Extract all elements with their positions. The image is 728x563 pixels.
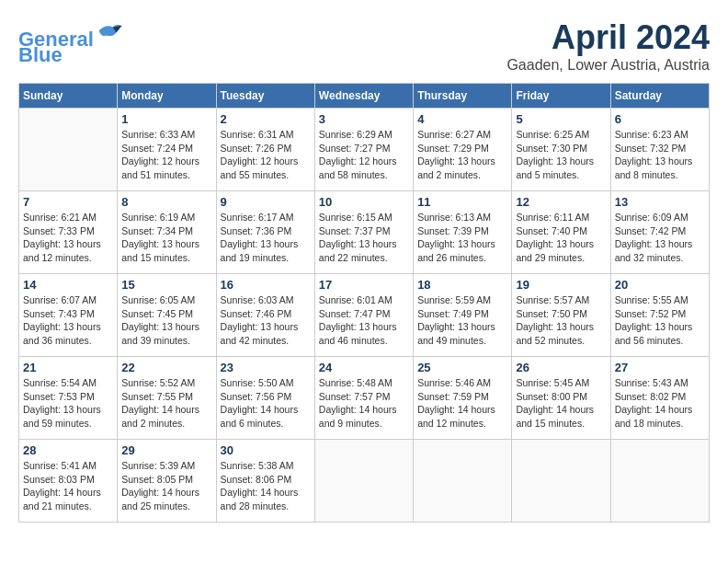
calendar-cell: 14Sunrise: 6:07 AM Sunset: 7:43 PM Dayli… — [19, 274, 118, 357]
title-area: April 2024 Gaaden, Lower Austria, Austri… — [506, 18, 710, 74]
weekday-header-monday: Monday — [118, 84, 216, 109]
calendar-cell — [414, 440, 512, 523]
calendar-table: SundayMondayTuesdayWednesdayThursdayFrid… — [18, 83, 710, 523]
day-info: Sunrise: 5:52 AM Sunset: 7:55 PM Dayligh… — [121, 376, 211, 431]
calendar-cell: 8Sunrise: 6:19 AM Sunset: 7:34 PM Daylig… — [118, 191, 216, 274]
calendar-cell: 29Sunrise: 5:39 AM Sunset: 8:05 PM Dayli… — [118, 440, 216, 523]
calendar-cell: 30Sunrise: 5:38 AM Sunset: 8:06 PM Dayli… — [216, 440, 314, 523]
calendar-cell — [19, 109, 118, 191]
weekday-header-sunday: Sunday — [19, 84, 118, 109]
calendar-cell — [512, 440, 610, 523]
day-number: 23 — [221, 361, 311, 374]
day-info: Sunrise: 6:01 AM Sunset: 7:47 PM Dayligh… — [319, 293, 409, 348]
day-info: Sunrise: 5:50 AM Sunset: 7:56 PM Dayligh… — [221, 376, 311, 431]
day-number: 9 — [221, 195, 311, 209]
weekday-header-row: SundayMondayTuesdayWednesdayThursdayFrid… — [19, 84, 710, 109]
day-number: 6 — [615, 112, 705, 126]
calendar-cell: 7Sunrise: 6:21 AM Sunset: 7:33 PM Daylig… — [19, 191, 118, 274]
calendar-week-3: 14Sunrise: 6:07 AM Sunset: 7:43 PM Dayli… — [19, 274, 710, 357]
day-number: 3 — [319, 112, 409, 126]
day-number: 28 — [23, 443, 113, 457]
day-info: Sunrise: 5:39 AM Sunset: 8:05 PM Dayligh… — [121, 459, 211, 513]
calendar-cell: 2Sunrise: 6:31 AM Sunset: 7:26 PM Daylig… — [216, 109, 314, 191]
day-info: Sunrise: 6:05 AM Sunset: 7:45 PM Dayligh… — [121, 293, 211, 348]
logo: General Blue — [18, 18, 123, 67]
day-info: Sunrise: 6:23 AM Sunset: 7:32 PM Dayligh… — [615, 128, 705, 182]
weekday-header-tuesday: Tuesday — [216, 84, 314, 109]
calendar-cell: 19Sunrise: 5:57 AM Sunset: 7:50 PM Dayli… — [512, 274, 610, 357]
day-info: Sunrise: 6:31 AM Sunset: 7:26 PM Dayligh… — [221, 128, 311, 182]
weekday-header-wednesday: Wednesday — [314, 84, 413, 109]
calendar-cell — [314, 440, 413, 523]
day-number: 19 — [516, 278, 606, 292]
day-number: 29 — [121, 443, 211, 457]
calendar-week-4: 21Sunrise: 5:54 AM Sunset: 7:53 PM Dayli… — [19, 357, 710, 440]
day-info: Sunrise: 6:17 AM Sunset: 7:36 PM Dayligh… — [221, 211, 311, 265]
calendar-cell: 28Sunrise: 5:41 AM Sunset: 8:03 PM Dayli… — [19, 440, 118, 523]
calendar-cell: 13Sunrise: 6:09 AM Sunset: 7:42 PM Dayli… — [610, 191, 709, 274]
calendar-week-1: 1Sunrise: 6:33 AM Sunset: 7:24 PM Daylig… — [19, 109, 710, 191]
day-number: 22 — [121, 361, 211, 374]
day-number: 15 — [121, 278, 211, 292]
calendar-week-5: 28Sunrise: 5:41 AM Sunset: 8:03 PM Dayli… — [19, 440, 710, 523]
day-info: Sunrise: 5:54 AM Sunset: 7:53 PM Dayligh… — [23, 376, 113, 431]
calendar-cell — [610, 440, 709, 523]
day-info: Sunrise: 5:43 AM Sunset: 8:02 PM Dayligh… — [615, 376, 705, 431]
day-number: 30 — [221, 443, 311, 457]
calendar-cell: 6Sunrise: 6:23 AM Sunset: 7:32 PM Daylig… — [610, 109, 709, 191]
day-number: 20 — [615, 278, 705, 292]
day-info: Sunrise: 6:09 AM Sunset: 7:42 PM Dayligh… — [615, 211, 705, 265]
day-number: 12 — [516, 195, 606, 209]
day-number: 14 — [23, 278, 113, 292]
calendar-cell: 5Sunrise: 6:25 AM Sunset: 7:30 PM Daylig… — [512, 109, 610, 191]
day-info: Sunrise: 6:15 AM Sunset: 7:37 PM Dayligh… — [319, 211, 409, 265]
calendar-cell: 1Sunrise: 6:33 AM Sunset: 7:24 PM Daylig… — [118, 109, 216, 191]
day-info: Sunrise: 5:57 AM Sunset: 7:50 PM Dayligh… — [516, 293, 606, 348]
calendar-cell: 25Sunrise: 5:46 AM Sunset: 7:59 PM Dayli… — [414, 357, 512, 440]
day-number: 7 — [23, 195, 113, 209]
day-number: 8 — [121, 195, 211, 209]
day-info: Sunrise: 5:46 AM Sunset: 7:59 PM Dayligh… — [417, 376, 507, 431]
weekday-header-thursday: Thursday — [414, 84, 512, 109]
calendar-cell: 10Sunrise: 6:15 AM Sunset: 7:37 PM Dayli… — [314, 191, 413, 274]
calendar-cell: 18Sunrise: 5:59 AM Sunset: 7:49 PM Dayli… — [414, 274, 512, 357]
day-number: 27 — [615, 361, 705, 374]
calendar-cell: 4Sunrise: 6:27 AM Sunset: 7:29 PM Daylig… — [414, 109, 512, 191]
day-info: Sunrise: 6:21 AM Sunset: 7:33 PM Dayligh… — [23, 211, 113, 265]
day-number: 25 — [417, 361, 507, 374]
day-number: 10 — [319, 195, 409, 209]
day-number: 1 — [121, 112, 211, 126]
day-info: Sunrise: 5:48 AM Sunset: 7:57 PM Dayligh… — [319, 376, 409, 431]
calendar-cell: 11Sunrise: 6:13 AM Sunset: 7:39 PM Dayli… — [414, 191, 512, 274]
calendar-cell: 26Sunrise: 5:45 AM Sunset: 8:00 PM Dayli… — [512, 357, 610, 440]
day-number: 21 — [23, 361, 113, 374]
calendar-cell: 27Sunrise: 5:43 AM Sunset: 8:02 PM Dayli… — [610, 357, 709, 440]
weekday-header-friday: Friday — [512, 84, 610, 109]
calendar-cell: 24Sunrise: 5:48 AM Sunset: 7:57 PM Dayli… — [314, 357, 413, 440]
day-number: 16 — [221, 278, 311, 292]
day-number: 2 — [221, 112, 311, 126]
day-number: 13 — [615, 195, 705, 209]
calendar-cell: 16Sunrise: 6:03 AM Sunset: 7:46 PM Dayli… — [216, 274, 314, 357]
day-number: 17 — [319, 278, 409, 292]
day-info: Sunrise: 6:07 AM Sunset: 7:43 PM Dayligh… — [23, 293, 113, 348]
day-info: Sunrise: 6:03 AM Sunset: 7:46 PM Dayligh… — [221, 293, 311, 348]
calendar-cell: 9Sunrise: 6:17 AM Sunset: 7:36 PM Daylig… — [216, 191, 314, 274]
day-info: Sunrise: 6:33 AM Sunset: 7:24 PM Dayligh… — [121, 128, 211, 182]
day-info: Sunrise: 6:27 AM Sunset: 7:29 PM Dayligh… — [417, 128, 507, 182]
day-number: 11 — [417, 195, 507, 209]
day-info: Sunrise: 6:11 AM Sunset: 7:40 PM Dayligh… — [516, 211, 606, 265]
calendar-week-2: 7Sunrise: 6:21 AM Sunset: 7:33 PM Daylig… — [19, 191, 710, 274]
day-number: 18 — [417, 278, 507, 292]
calendar-cell: 12Sunrise: 6:11 AM Sunset: 7:40 PM Dayli… — [512, 191, 610, 274]
calendar-cell: 21Sunrise: 5:54 AM Sunset: 7:53 PM Dayli… — [19, 357, 118, 440]
day-info: Sunrise: 5:55 AM Sunset: 7:52 PM Dayligh… — [615, 293, 705, 348]
calendar-cell: 3Sunrise: 6:29 AM Sunset: 7:27 PM Daylig… — [314, 109, 413, 191]
calendar-cell: 23Sunrise: 5:50 AM Sunset: 7:56 PM Dayli… — [216, 357, 314, 440]
day-info: Sunrise: 5:45 AM Sunset: 8:00 PM Dayligh… — [516, 376, 606, 431]
day-info: Sunrise: 5:59 AM Sunset: 7:49 PM Dayligh… — [417, 293, 507, 348]
day-info: Sunrise: 6:13 AM Sunset: 7:39 PM Dayligh… — [417, 211, 507, 265]
calendar-cell: 17Sunrise: 6:01 AM Sunset: 7:47 PM Dayli… — [314, 274, 413, 357]
day-info: Sunrise: 5:38 AM Sunset: 8:06 PM Dayligh… — [221, 459, 311, 513]
day-number: 26 — [516, 361, 606, 374]
